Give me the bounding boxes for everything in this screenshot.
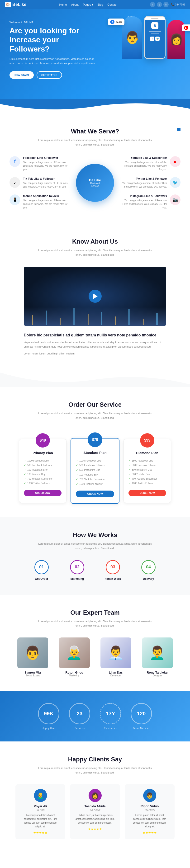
testimonials-subtitle: Lorem ipsum dolor sit amet, consectetur … xyxy=(36,766,154,775)
tiktok-service-desc: You can get a huge number of TikTok like… xyxy=(23,181,69,188)
hero-person-male: 👨 xyxy=(122,16,142,59)
building-5 xyxy=(88,314,89,325)
linkedin-icon[interactable]: in xyxy=(163,2,169,7)
standard-feature-4: 100 Youtube Buy xyxy=(76,472,114,477)
step-delivery: 04 Delivery xyxy=(131,560,166,581)
float-card-fb: f +2.5K xyxy=(108,19,124,25)
primary-price: $49 xyxy=(40,438,46,442)
brand: 🏠 BeLike xyxy=(5,2,26,7)
wave-before-order xyxy=(0,373,190,387)
tiktok-service-title: Tik Tok Like & Follower xyxy=(23,177,69,180)
nav-blog[interactable]: Blog xyxy=(97,3,103,6)
twitter-service-icon: 🐦 xyxy=(170,177,181,188)
instagram-service-title: Instagram Like & Followers xyxy=(121,194,167,198)
about-heading: Dolore hic perspiciatis ad quidem totam … xyxy=(24,333,166,337)
serve-right-items: ▶ Youtube Like & Subscriber You can get … xyxy=(121,156,181,209)
twitter-service-text: Twitter Like & Follower You can get a hu… xyxy=(121,177,167,188)
hero-wave-bottom xyxy=(0,99,190,114)
team-role-1: Social Expert xyxy=(14,674,51,677)
tiktok-service-icon: ♪ xyxy=(9,177,20,188)
phone-app-icon: B xyxy=(151,22,158,29)
team-role-3: Developer xyxy=(97,674,134,677)
step-3-label: Finish Work xyxy=(105,577,121,581)
float-card-yt: ▶ +1.2K xyxy=(182,25,190,31)
serve-title: What We Serve? xyxy=(9,128,181,135)
nav-contact[interactable]: Contact xyxy=(107,3,117,6)
testimonial-title-2: Top Active xyxy=(75,808,115,811)
pricing-card-diamond: $99 Diamond Plan 1500 Facebook Like 500 … xyxy=(124,439,171,503)
primary-plan-name: Primary Plan xyxy=(24,451,62,455)
nav-pages[interactable]: Pages ▾ xyxy=(83,3,93,6)
step-finish-work: 03 Finish Work xyxy=(95,560,131,581)
birds-decoration: 〜〜 xyxy=(127,15,133,19)
twitter-icon[interactable]: t xyxy=(157,2,162,7)
hero-welcome: Welcome to BELIKE xyxy=(9,21,100,24)
testimonial-emoji-1: 👨‍🦲 xyxy=(37,792,44,799)
testimonial-title-3: Top Active xyxy=(129,808,170,811)
diamond-feature-6: 1000 Twitter Follower xyxy=(128,481,166,486)
about-para2: Lorem lorem ipsum quod high ullam nustem… xyxy=(24,351,166,356)
step-2-label: Marketing xyxy=(70,577,84,581)
mobile-service-text: Mobile Application Review You can get a … xyxy=(23,194,69,209)
twitter-service-desc: You can get a huge number of Twitter lik… xyxy=(121,181,167,188)
step-1-circle: 01 xyxy=(34,560,49,574)
team-member-2: 👨‍🦳 Roton Ghos Marketing xyxy=(56,638,93,677)
building-4 xyxy=(73,308,75,325)
testimonial-title-1: Top Artist xyxy=(20,808,61,811)
hero-section: Welcome to BELIKE Are you looking for In… xyxy=(0,9,190,99)
serve-grid: f Facebook Like & Follower You can get a… xyxy=(9,156,181,209)
team-name-2: Roton Ghos xyxy=(56,671,93,674)
diamond-price: $99 xyxy=(144,438,151,442)
standard-order-button[interactable]: ORDER NOW xyxy=(76,491,114,497)
diamond-feature-3: 500 Instagram Like xyxy=(128,467,166,472)
standard-price: $79 xyxy=(92,438,98,442)
person-male-figure: 👨 xyxy=(122,16,142,59)
fb-float-value: +2.5K xyxy=(116,21,122,23)
team-name-1: Samon Mia xyxy=(14,671,51,674)
step-4-circle: 04 xyxy=(141,560,156,574)
pricing-card-primary: $49 Primary Plan 1000 Facebook Like 500 … xyxy=(19,439,66,503)
primary-order-button[interactable]: ORDER NOW xyxy=(24,490,62,496)
standard-price-badge: $79 xyxy=(88,432,102,447)
hero-start-button[interactable]: HOW START xyxy=(9,71,34,79)
diamond-feature-1: 1500 Facebook Like xyxy=(128,459,166,463)
team-emoji-2: 👨‍🦳 xyxy=(66,645,83,660)
blue-square-deco xyxy=(177,128,181,131)
stat-circle-exp: 17Y xyxy=(100,703,121,724)
video-container[interactable] xyxy=(24,267,166,326)
fb-service-title: Facebook Like & Follower xyxy=(23,156,69,159)
facebook-icon[interactable]: f xyxy=(150,2,155,7)
navbar: 🏠 BeLike Home About Pages ▾ Blog Contact… xyxy=(0,0,190,9)
building-3 xyxy=(60,318,61,325)
diamond-price-badge: $99 xyxy=(140,433,154,447)
works-subtitle: Lorem ipsum dolor sit amet, consectetur … xyxy=(36,541,154,550)
nav-about[interactable]: About xyxy=(71,3,78,6)
testimonial-avatar-3: 👨 xyxy=(143,789,156,802)
instagram-service-text: Instagram Like & Followers You can get a… xyxy=(121,194,167,209)
instagram-icon: 📷 xyxy=(173,197,178,203)
serve-section: What We Serve? Lorem ipsum dolor sit ame… xyxy=(0,114,190,224)
diamond-order-button[interactable]: ORDER NOW xyxy=(128,490,166,496)
team-member-1: 👨 Samon Mia Social Expert xyxy=(14,638,51,677)
primary-price-badge: $49 xyxy=(36,433,50,447)
stat-circle-team: 120 xyxy=(131,703,152,724)
call-number: 📞 3847789 xyxy=(171,3,185,6)
yt-service-text: Youtube Like & Subscriber You can get a … xyxy=(121,156,167,171)
about-text: Dolore hic perspiciatis ad quidem totam … xyxy=(24,333,166,356)
testimonial-name-1: Poyar Ali xyxy=(20,804,61,808)
hero-contact-button[interactable]: GET STATES xyxy=(37,71,62,79)
wave-svg xyxy=(0,99,190,114)
phone-icons: f 🐦 xyxy=(150,37,160,41)
stat-team: 120 Team Member xyxy=(131,703,152,730)
about-title: Know About Us xyxy=(14,238,176,245)
nav-actions: f t in 📞 3847789 xyxy=(150,2,185,7)
yt-float-icon: ▶ xyxy=(184,26,188,30)
hero-title: Are you looking for Increase your Follow… xyxy=(9,26,100,54)
testimonial-name-2: Tasnida Afrida xyxy=(75,804,115,808)
nav-home[interactable]: Home xyxy=(59,3,67,6)
testimonial-stars-3: ★★★★★ xyxy=(129,831,170,835)
standard-feature-2: 500 Facebook Follower xyxy=(76,463,114,468)
building-2 xyxy=(46,311,47,325)
video-play-button[interactable] xyxy=(89,290,102,303)
team-role-4: Designer xyxy=(139,674,176,677)
